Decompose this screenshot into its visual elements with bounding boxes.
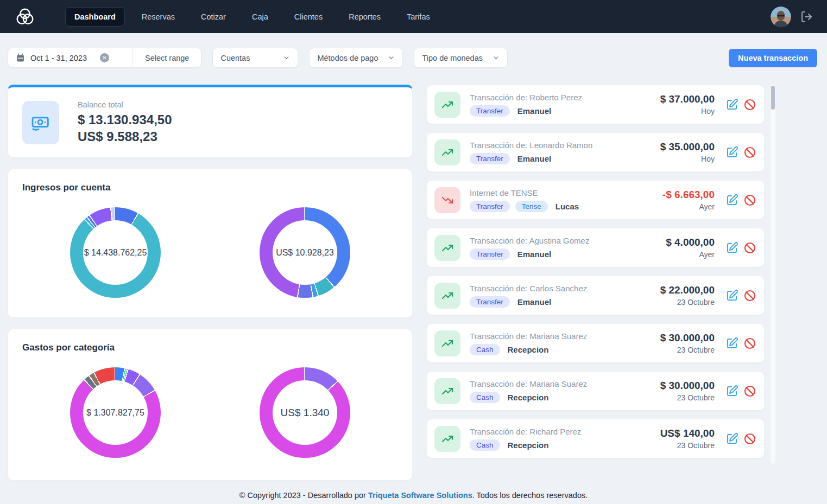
edit-icon[interactable]: [725, 194, 738, 207]
transaction-actions: [725, 432, 756, 445]
footer-link[interactable]: Triqueta Software Solutions: [368, 491, 472, 500]
block-icon[interactable]: [743, 146, 756, 159]
block-icon[interactable]: [743, 385, 756, 398]
avatar[interactable]: [771, 7, 791, 27]
edit-icon[interactable]: [725, 337, 738, 350]
filter-dropdown[interactable]: Cuentas: [212, 48, 298, 68]
donut-chart-gastos-ars: $ 1.307.827,75: [70, 367, 161, 458]
logout-icon[interactable]: [800, 10, 813, 23]
trending-up-icon: [441, 432, 454, 445]
transaction-meta: Cash Recepcion: [470, 344, 660, 355]
block-icon[interactable]: [743, 98, 756, 111]
transaction-row[interactable]: Transacción de: Carlos Sanchez Transfer …: [426, 276, 765, 315]
donut-chart-gastos-usd: US$ 1.340: [260, 367, 350, 458]
app-logo[interactable]: [14, 6, 38, 28]
transaction-meta: Transfer Emanuel: [470, 153, 660, 164]
transaction-person: Emanuel: [517, 297, 552, 307]
trending-down-icon: [441, 194, 454, 207]
navbar-right: [771, 7, 813, 27]
transaction-amount: $ 37.000,00: [660, 93, 715, 105]
transaction-main: Transacción de: Carlos Sanchez Transfer …: [470, 284, 660, 308]
edit-icon[interactable]: [725, 146, 738, 159]
transaction-person: Emanuel: [517, 106, 552, 116]
donut-center-label: $ 1.307.827,75: [86, 408, 144, 418]
transaction-person: Lucas: [555, 202, 579, 211]
edit-icon[interactable]: [725, 432, 738, 445]
transaction-title: Transacción de: Carlos Sanchez: [470, 284, 660, 293]
nav-item-caja[interactable]: Caja: [243, 7, 277, 27]
transaction-badges: Cash: [470, 344, 500, 355]
filter-dropdown[interactable]: Tipo de monedas: [414, 48, 508, 68]
edit-icon[interactable]: [725, 289, 738, 302]
dropdown-label: Métodos de pago: [317, 54, 378, 62]
edit-icon[interactable]: [725, 241, 738, 254]
transaction-row[interactable]: Internet de TENSE TransferTense Lucas -$…: [426, 180, 765, 220]
transaction-amounts: $ 22.000,00 23 Octubre: [660, 284, 715, 307]
block-icon[interactable]: [743, 194, 756, 207]
transaction-direction-iconbox: [434, 330, 460, 356]
balance-label: Balance total: [78, 100, 172, 109]
transaction-badges: TransferTense: [470, 201, 548, 212]
transaction-amount: $ 30.000,00: [660, 380, 715, 392]
transaction-main: Transacción de: Roberto Perez Transfer E…: [470, 93, 660, 117]
transaction-main: Transacción de: Leonardo Ramon Transfer …: [470, 141, 660, 164]
donut-chart-ingresos-ars: $ 14.438.762,25: [70, 207, 161, 298]
transaction-date: Ayer: [666, 250, 715, 259]
donut-chart-ingresos-usd: US$ 10.928,23: [260, 207, 350, 298]
transaction-title: Internet de TENSE: [470, 188, 662, 197]
nav-item-dashboard[interactable]: Dashboard: [65, 7, 125, 27]
block-icon[interactable]: [743, 432, 756, 445]
chevron-down-icon: [388, 54, 395, 61]
transaction-amounts: $ 30.000,00 23 Octubre: [660, 380, 715, 402]
transaction-row[interactable]: Transacción de: Mariana Suarez Cash Rece…: [426, 371, 765, 411]
clear-date-icon[interactable]: ✕: [100, 53, 109, 62]
edit-icon[interactable]: [725, 385, 738, 398]
transaction-title: Transacción de: Mariana Suarez: [470, 331, 660, 341]
transaction-row[interactable]: Transacción de: Richard Perez Cash Recep…: [426, 419, 765, 458]
nav-item-clientes[interactable]: Clientes: [285, 7, 332, 27]
transaction-badges: Transfer: [470, 248, 510, 260]
gastos-card: Gastos por categoría $ 1.307.827,75 US$ …: [8, 329, 413, 481]
select-range-button[interactable]: Select range: [133, 48, 201, 67]
transaction-direction-iconbox: [434, 283, 460, 309]
transaction-row[interactable]: Transacción de: Leonardo Ramon Transfer …: [426, 132, 765, 172]
left-column: Balance total $ 13.130.934,50 US$ 9.588,…: [8, 85, 413, 492]
badge-transfer: Transfer: [470, 248, 510, 260]
transaction-row[interactable]: Transacción de: Agustina Gomez Transfer …: [426, 228, 765, 267]
transaction-actions: [725, 337, 756, 350]
chevron-down-icon: [283, 54, 290, 61]
transaction-meta: TransferTense Lucas: [470, 201, 662, 212]
nav-item-tarifas[interactable]: Tarifas: [397, 7, 439, 27]
main-content: Balance total $ 13.130.934,50 US$ 9.588,…: [8, 85, 827, 492]
date-range-input[interactable]: Oct 1 - 31, 2023 ✕: [8, 48, 133, 67]
chevron-down-icon: [493, 54, 500, 61]
transaction-row[interactable]: Transacción de: Roberto Perez Transfer E…: [426, 85, 765, 124]
dropdown-label: Cuentas: [220, 54, 250, 62]
block-icon[interactable]: [743, 289, 756, 302]
balance-card: Balance total $ 13.130.934,50 US$ 9.588,…: [8, 85, 413, 158]
nav-item-reservas[interactable]: Reservas: [132, 7, 184, 27]
transaction-row[interactable]: Transacción de: Mariana Suarez Cash Rece…: [426, 323, 765, 363]
transaction-amount: $ 30.000,00: [660, 332, 715, 344]
donut-center-label: US$ 1.340: [281, 407, 330, 419]
triquetra-icon: [14, 6, 36, 28]
transaction-person: Emanuel: [517, 250, 552, 259]
trending-up-icon: [441, 146, 454, 159]
transaction-title: Transacción de: Mariana Suarez: [470, 379, 660, 388]
transactions-scrollbar[interactable]: [771, 84, 775, 464]
money-icon: [22, 101, 59, 144]
transaction-actions: [725, 241, 756, 254]
scrollbar-thumb[interactable]: [771, 86, 775, 110]
badge-transfer: Transfer: [470, 296, 510, 308]
block-icon[interactable]: [743, 241, 756, 254]
nav-item-reportes[interactable]: Reportes: [339, 7, 390, 27]
edit-icon[interactable]: [725, 98, 738, 111]
nav-item-cotizar[interactable]: Cotizar: [192, 7, 235, 27]
transaction-amount: $ 4.000,00: [666, 237, 715, 248]
filter-dropdown[interactable]: Métodos de pago: [309, 48, 403, 68]
new-transaction-button[interactable]: Nueva transaccion: [729, 49, 817, 67]
balance-ars: $ 13.130.934,50: [78, 111, 172, 128]
block-icon[interactable]: [743, 337, 756, 350]
transaction-person: Emanuel: [517, 154, 552, 163]
transaction-main: Transacción de: Mariana Suarez Cash Rece…: [470, 331, 660, 355]
